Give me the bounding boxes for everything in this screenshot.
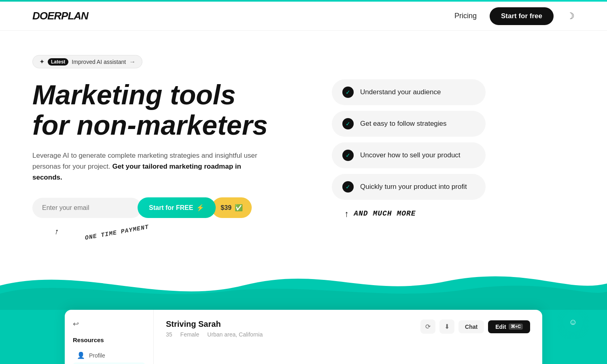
nav-start-button[interactable]: Start for free xyxy=(490,7,554,25)
price-button[interactable]: $39 ✅ xyxy=(212,197,252,218)
and-more-arrow-icon: ↑ xyxy=(344,210,350,220)
feature-check-3: ✓ xyxy=(342,150,354,161)
arrow-up-icon: ↑ xyxy=(53,226,60,237)
feature-check-2: ✓ xyxy=(342,118,354,129)
app-sidebar: ↩ Resources 👤 Profile 👥 Personas 📄 Docum… xyxy=(65,310,154,364)
feature-item-3: ✓ Uncover how to sell your product xyxy=(332,142,486,168)
hero-right: ✓ Understand your audience ✓ Get easy to… xyxy=(332,55,486,249)
hero-title: Marketing tools for non-marketers xyxy=(32,80,308,140)
and-much-more-label: ↑ AND MUCH MORE xyxy=(344,210,486,220)
hero-title-line2: for non-marketers xyxy=(32,110,308,140)
feature-text-4: Quickly turn your product into profit xyxy=(360,183,467,191)
feature-item-2: ✓ Get easy to follow strategies xyxy=(332,111,486,137)
navbar: DOERPLAN Pricing Start for free ☽ xyxy=(0,2,607,31)
feature-item-1: ✓ Understand your audience xyxy=(332,79,486,105)
persona-gender: Female xyxy=(180,331,200,338)
hero-left: ✦ Latest Improved AI assistant → Marketi… xyxy=(32,55,308,249)
refresh-button[interactable]: ⟳ xyxy=(420,320,435,334)
sidebar-back-button[interactable]: ↩ xyxy=(73,320,145,328)
app-window: ↩ Resources 👤 Profile 👥 Personas 📄 Docum… xyxy=(65,310,542,364)
hero-section: ✦ Latest Improved AI assistant → Marketi… xyxy=(0,31,607,249)
badge-latest-label: Latest xyxy=(48,58,68,66)
feature-check-1: ✓ xyxy=(342,87,354,98)
sidebar-item-profile[interactable]: 👤 Profile xyxy=(73,348,145,362)
nav-pricing-link[interactable]: Pricing xyxy=(454,12,477,20)
sidebar-profile-label: Profile xyxy=(89,352,105,359)
feature-text-1: Understand your audience xyxy=(360,88,441,96)
wave-section xyxy=(0,261,607,310)
one-time-label: ONE TIME PAYMENT xyxy=(85,224,150,242)
app-actions: ⟳ ⬇ Chat Edit ⌘+C xyxy=(420,320,530,334)
latest-badge[interactable]: ✦ Latest Improved AI assistant → xyxy=(32,55,142,68)
persona-age: 35 xyxy=(166,331,172,338)
theme-toggle-icon[interactable]: ☽ xyxy=(567,11,575,21)
badge-description: Improved AI assistant xyxy=(72,59,126,65)
hero-description: Leverage AI to generate complete marketi… xyxy=(32,150,259,183)
edit-btn-label: Edit xyxy=(495,324,506,330)
persona-meta: 35 Female Urban area, California xyxy=(166,331,263,338)
hero-title-line1: Marketing tools xyxy=(32,80,308,110)
feature-item-4: ✓ Quickly turn your product into profit xyxy=(332,174,486,200)
badge-sparkle-icon: ✦ xyxy=(39,58,45,66)
profile-icon: 👤 xyxy=(77,351,85,359)
start-btn-label: Start for FREE xyxy=(149,204,193,212)
chat-bubble-button[interactable]: ☺ xyxy=(563,312,583,332)
app-preview-section: ↩ Resources 👤 Profile 👥 Personas 📄 Docum… xyxy=(0,310,607,364)
download-button[interactable]: ⬇ xyxy=(439,320,454,334)
price-label: $39 xyxy=(221,204,231,212)
hero-form: Start for FREE ⚡ $39 ✅ xyxy=(32,197,308,218)
persona-location: Urban area, California xyxy=(207,331,263,338)
sidebar-section-label: Resources xyxy=(73,336,145,343)
edit-shortcut: ⌘+C xyxy=(509,324,523,330)
feature-text-3: Uncover how to sell your product xyxy=(360,151,461,159)
badge-arrow-icon: → xyxy=(129,58,136,66)
start-free-button[interactable]: Start for FREE ⚡ xyxy=(138,197,216,218)
logo: DOERPLAN xyxy=(32,10,88,22)
price-check-icon: ✅ xyxy=(235,204,243,212)
nav-right: Pricing Start for free ☽ xyxy=(454,7,575,25)
sidebar-item-personas[interactable]: 👥 Personas xyxy=(73,362,145,364)
one-time-annotation: ↑ ONE TIME PAYMENT xyxy=(55,226,308,236)
email-input[interactable] xyxy=(32,198,142,218)
edit-button[interactable]: Edit ⌘+C xyxy=(488,320,530,333)
chat-bubble-icon: ☺ xyxy=(569,317,577,327)
chat-button[interactable]: Chat xyxy=(458,320,484,333)
app-main-content: Striving Sarah 35 Female Urban area, Cal… xyxy=(154,310,542,364)
feature-text-2: Get easy to follow strategies xyxy=(360,120,447,128)
feature-check-4: ✓ xyxy=(342,181,354,193)
start-btn-icon: ⚡ xyxy=(196,204,204,212)
persona-name: Striving Sarah xyxy=(166,320,263,329)
app-main-header: Striving Sarah 35 Female Urban area, Cal… xyxy=(166,320,530,338)
persona-info: Striving Sarah 35 Female Urban area, Cal… xyxy=(166,320,263,338)
